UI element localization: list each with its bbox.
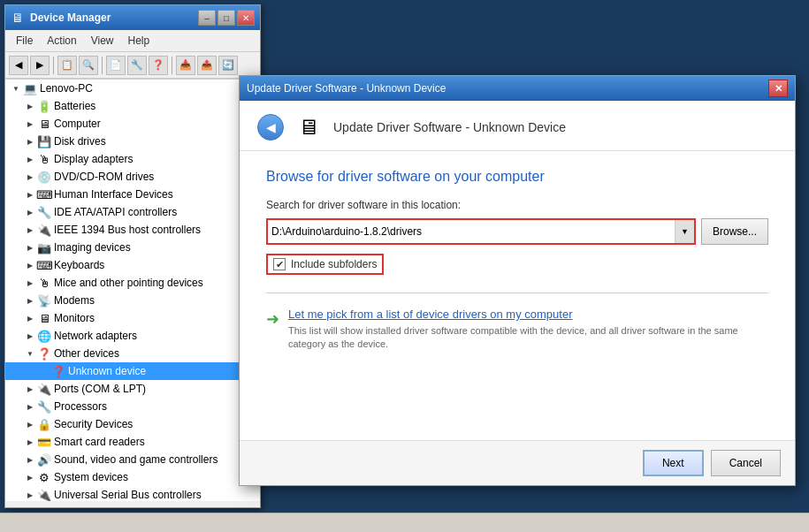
tree-item-other[interactable]: ▼❓Other devices <box>5 345 260 362</box>
tree-icon-displayadapters: 🖱 <box>37 152 51 166</box>
tree-label-imaging: Imaging devices <box>54 239 131 255</box>
dialog-close-button[interactable]: ✕ <box>768 80 788 97</box>
tree-item-root[interactable]: ▼💻Lenovo-PC <box>5 80 260 97</box>
tree-expander-smartcard[interactable]: ▶ <box>23 435 37 449</box>
toolbar-btn3[interactable]: 📄 <box>106 56 126 75</box>
tree-expander-root[interactable]: ▼ <box>9 81 23 95</box>
toolbar: ◀ ▶ 📋 🔍 📄 🔧 ❓ 📥 📤 🔄 <box>5 52 260 79</box>
tree-expander-monitors[interactable]: ▶ <box>23 311 37 325</box>
tree-expander-unknown[interactable] <box>37 364 51 378</box>
tree-label-diskdrives: Disk drives <box>54 133 106 149</box>
tree-label-monitors: Monitors <box>54 310 95 326</box>
tree-expander-ports[interactable]: ▶ <box>23 382 37 396</box>
back-button[interactable]: ◀ <box>257 114 284 141</box>
tree-expander-processors[interactable]: ▶ <box>23 399 37 414</box>
include-subfolders-row: ✔ Include subfolders <box>266 254 384 275</box>
device-manager-title: Device Manager <box>30 11 111 24</box>
include-subfolders-checkbox[interactable]: ✔ <box>273 258 286 270</box>
tree-icon-other: ❓ <box>37 346 51 361</box>
tree-item-modems[interactable]: ▶📡Modems <box>5 292 260 309</box>
tree-item-network[interactable]: ▶🌐Network adapters <box>5 327 260 345</box>
tree-label-hid: Human Interface Devices <box>54 186 173 202</box>
menu-file[interactable]: File <box>9 32 40 49</box>
tree-expander-ide[interactable]: ▶ <box>23 205 37 219</box>
tree-item-dvd[interactable]: ▶💿DVD/CD-ROM drives <box>5 168 260 186</box>
menu-view[interactable]: View <box>84 32 121 49</box>
tree-item-security[interactable]: ▶🔒Security Devices <box>5 415 260 433</box>
tree-expander-dvd[interactable]: ▶ <box>23 170 37 184</box>
tree-expander-usb[interactable]: ▶ <box>23 488 37 501</box>
tree-expander-other[interactable]: ▼ <box>23 346 37 361</box>
tree-item-system[interactable]: ▶⚙System devices <box>5 468 260 486</box>
tree-item-keyboards[interactable]: ▶⌨Keyboards <box>5 256 260 274</box>
tree-item-mice[interactable]: ▶🖱Mice and other pointing devices <box>5 274 260 292</box>
dialog-header: ◀ 🖥 Update Driver Software - Unknown Dev… <box>240 101 795 151</box>
pick-title[interactable]: Let me pick from a list of device driver… <box>288 308 768 321</box>
menu-help[interactable]: Help <box>121 32 157 49</box>
tree-item-ide[interactable]: ▶🔧IDE ATA/ATAPI controllers <box>5 203 260 221</box>
tree-expander-ieee[interactable]: ▶ <box>23 223 37 237</box>
pick-arrow-icon: ➜ <box>266 309 279 329</box>
tree-item-batteries[interactable]: ▶🔋Batteries <box>5 97 260 115</box>
tree-item-sound[interactable]: ▶🔊Sound, video and game controllers <box>5 451 260 468</box>
browse-button[interactable]: Browse... <box>701 218 768 245</box>
tree-item-usb[interactable]: ▶🔌Universal Serial Bus controllers <box>5 486 260 501</box>
toolbar-btn5[interactable]: ❓ <box>149 56 168 75</box>
tree-icon-unknown: ❓ <box>51 364 65 378</box>
tree-item-computer[interactable]: ▶🖥Computer <box>5 115 260 133</box>
toolbar-scan[interactable]: 🔍 <box>79 56 98 75</box>
tree-expander-modems[interactable]: ▶ <box>23 293 37 308</box>
toolbar-btn4[interactable]: 🔧 <box>127 56 147 75</box>
toolbar-btn8[interactable]: 🔄 <box>218 56 238 75</box>
tree-expander-mice[interactable]: ▶ <box>23 276 37 290</box>
tree-expander-computer[interactable]: ▶ <box>23 117 37 131</box>
tree-item-ieee[interactable]: ▶🔌IEEE 1394 Bus host controllers <box>5 221 260 239</box>
maximize-button[interactable]: □ <box>218 10 235 26</box>
device-manager-window: 🖥 Device Manager – □ ✕ File Action View … <box>4 4 261 508</box>
menu-action[interactable]: Action <box>40 32 83 49</box>
tree-icon-network: 🌐 <box>37 329 51 343</box>
tree-expander-security[interactable]: ▶ <box>23 417 37 431</box>
tree-item-monitors[interactable]: ▶🖥Monitors <box>5 309 260 327</box>
tree-expander-displayadapters[interactable]: ▶ <box>23 152 37 166</box>
tree-item-processors[interactable]: ▶🔧Processors <box>5 398 260 415</box>
menu-bar: File Action View Help <box>5 30 260 52</box>
tree-expander-sound[interactable]: ▶ <box>23 452 37 467</box>
divider <box>266 293 768 293</box>
pick-option[interactable]: ➜ Let me pick from a list of device driv… <box>266 308 768 352</box>
tree-expander-imaging[interactable]: ▶ <box>23 240 37 255</box>
close-button[interactable]: ✕ <box>237 10 255 26</box>
tree-label-displayadapters: Display adapters <box>54 151 133 167</box>
tree-expander-diskdrives[interactable]: ▶ <box>23 134 37 148</box>
title-bar-left: 🖥 Device Manager <box>11 11 111 25</box>
toolbar-btn6[interactable]: 📥 <box>176 56 195 75</box>
cancel-button[interactable]: Cancel <box>711 450 781 476</box>
tree-label-smartcard: Smart card readers <box>54 434 145 450</box>
tree-label-usb: Universal Serial Bus controllers <box>54 487 202 501</box>
search-input[interactable] <box>268 220 675 243</box>
toolbar-forward[interactable]: ▶ <box>30 56 50 75</box>
tree-item-ports[interactable]: ▶🔌Ports (COM & LPT) <box>5 380 260 398</box>
tree-item-displayadapters[interactable]: ▶🖱Display adapters <box>5 150 260 168</box>
dropdown-button[interactable]: ▼ <box>675 220 694 243</box>
toolbar-properties[interactable]: 📋 <box>57 56 77 75</box>
next-button[interactable]: Next <box>643 450 704 476</box>
toolbar-btn7[interactable]: 📤 <box>197 56 217 75</box>
tree-icon-root: 💻 <box>23 81 37 95</box>
tree-item-diskdrives[interactable]: ▶💾Disk drives <box>5 133 260 150</box>
tree-expander-network[interactable]: ▶ <box>23 329 37 343</box>
include-subfolders-label[interactable]: Include subfolders <box>291 258 377 270</box>
tree-label-mice: Mice and other pointing devices <box>54 275 203 291</box>
tree-item-hid[interactable]: ▶⌨Human Interface Devices <box>5 186 260 203</box>
tree-expander-batteries[interactable]: ▶ <box>23 99 37 113</box>
minimize-button[interactable]: – <box>198 10 216 26</box>
tree-item-unknown[interactable]: ❓Unknown device <box>5 362 260 380</box>
tree-item-imaging[interactable]: ▶📷Imaging devices <box>5 239 260 256</box>
section-title: Browse for driver software on your compu… <box>266 169 768 185</box>
tree-expander-system[interactable]: ▶ <box>23 470 37 484</box>
toolbar-back[interactable]: ◀ <box>9 56 28 75</box>
tree-label-ports: Ports (COM & LPT) <box>54 381 146 397</box>
tree-icon-computer: 🖥 <box>37 117 51 131</box>
tree-item-smartcard[interactable]: ▶💳Smart card readers <box>5 433 260 451</box>
dialog-title-text: Update Driver Software - Unknown Device <box>247 82 446 95</box>
